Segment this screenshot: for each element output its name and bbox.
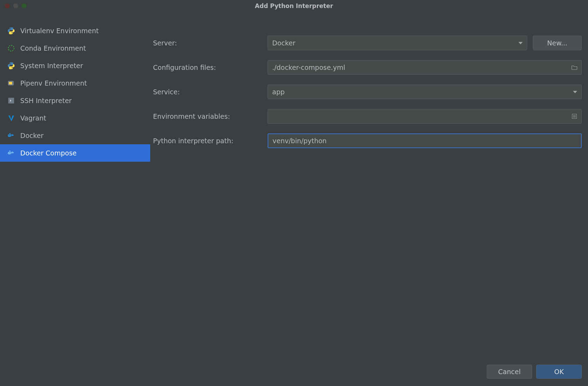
minimize-window-button[interactable] <box>13 3 18 8</box>
sidebar-item-vagrant[interactable]: Vagrant <box>0 109 150 127</box>
server-select[interactable]: Docker <box>268 36 527 50</box>
sidebar-item-label: Pipenv Environment <box>20 79 87 87</box>
python-path-field[interactable] <box>268 133 582 148</box>
interpreter-type-sidebar: Virtualenv Environment Conda Environment… <box>0 12 150 362</box>
python-path-input[interactable] <box>273 137 577 145</box>
python-path-label: Python interpreter path: <box>150 137 262 145</box>
dialog-footer: Cancel OK <box>0 362 588 386</box>
sidebar-item-label: Virtualenv Environment <box>20 27 99 35</box>
svg-rect-2 <box>9 82 12 84</box>
chevron-down-icon <box>518 42 523 44</box>
svg-rect-7 <box>9 133 10 134</box>
svg-rect-10 <box>11 152 12 153</box>
svg-rect-11 <box>9 151 10 152</box>
chevron-down-icon <box>573 91 577 93</box>
interpreter-config-form: Server: Docker New... Configuration file… <box>150 12 588 362</box>
sidebar-item-label: Conda Environment <box>20 44 86 52</box>
svg-rect-9 <box>9 152 10 153</box>
ok-button[interactable]: OK <box>536 365 582 379</box>
svg-rect-8 <box>8 152 9 153</box>
conda-icon <box>7 44 15 52</box>
sidebar-item-system[interactable]: System Interpreter <box>0 57 150 74</box>
sidebar-item-conda[interactable]: Conda Environment <box>0 39 150 57</box>
svg-rect-4 <box>8 134 9 136</box>
server-select-value: Docker <box>272 39 296 47</box>
sidebar-item-virtualenv[interactable]: Virtualenv Environment <box>0 22 150 39</box>
config-files-field[interactable]: ./docker-compose.yml <box>268 60 582 75</box>
config-files-value: ./docker-compose.yml <box>272 64 345 71</box>
list-edit-icon[interactable] <box>571 113 578 120</box>
svg-rect-6 <box>11 134 12 136</box>
cancel-button[interactable]: Cancel <box>487 365 532 379</box>
python-icon <box>7 61 15 70</box>
maximize-window-button[interactable] <box>22 3 27 8</box>
env-vars-field[interactable] <box>268 109 582 124</box>
ssh-icon <box>7 96 15 105</box>
svg-rect-5 <box>9 134 10 136</box>
dialog-title: Add Python Interpreter <box>0 2 588 9</box>
docker-compose-icon <box>7 149 15 157</box>
close-window-button[interactable] <box>5 3 10 8</box>
sidebar-item-label: Docker <box>20 132 44 139</box>
service-select[interactable]: app <box>268 85 582 99</box>
sidebar-item-label: System Interpreter <box>20 62 83 70</box>
sidebar-item-docker[interactable]: Docker <box>0 127 150 144</box>
vagrant-icon <box>7 114 15 122</box>
service-label: Service: <box>150 88 262 96</box>
docker-icon <box>7 131 15 140</box>
pipenv-icon <box>7 79 15 87</box>
titlebar: Add Python Interpreter <box>0 0 588 12</box>
window-controls <box>0 3 27 8</box>
sidebar-item-ssh[interactable]: SSH Interpreter <box>0 92 150 109</box>
server-label: Server: <box>150 39 262 47</box>
service-select-value: app <box>272 88 285 96</box>
svg-point-0 <box>8 45 14 51</box>
sidebar-item-label: Docker Compose <box>20 149 77 157</box>
sidebar-item-label: Vagrant <box>20 114 46 122</box>
sidebar-item-pipenv[interactable]: Pipenv Environment <box>0 74 150 92</box>
sidebar-item-label: SSH Interpreter <box>20 97 72 104</box>
config-files-label: Configuration files: <box>150 64 262 71</box>
env-vars-label: Environment variables: <box>150 112 262 120</box>
new-server-button[interactable]: New... <box>533 36 582 50</box>
folder-open-icon[interactable] <box>571 64 578 71</box>
python-icon <box>7 27 15 35</box>
sidebar-item-docker-compose[interactable]: Docker Compose <box>0 144 150 162</box>
